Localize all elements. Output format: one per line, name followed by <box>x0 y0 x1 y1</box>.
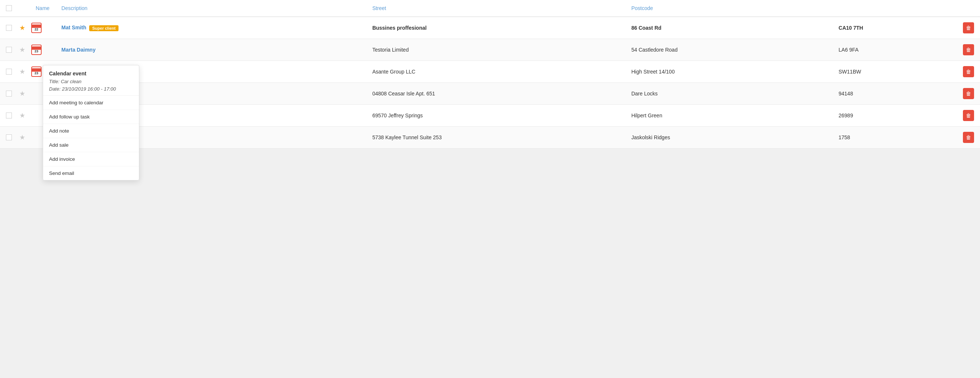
popup-menu: Add meeting to calendarAdd follow up tas… <box>43 96 139 149</box>
star-toggle[interactable]: ★ <box>19 112 25 119</box>
row-checkbox[interactable] <box>6 25 12 31</box>
actions-header <box>832 0 957 17</box>
popup-date-value: 23/10/2019 16:00 - 17:00 <box>62 86 116 92</box>
postcode-cell: 94148 <box>832 83 957 105</box>
delete-cell: 🗑 <box>957 17 980 39</box>
table-row: ★04808 Ceasar Isle Apt. 651Dare Locks941… <box>0 83 980 105</box>
postcode-cell: LA6 9FA <box>832 39 957 61</box>
table-row: ★tag2tag369570 Jeffrey SpringsHilpert Gr… <box>0 105 980 127</box>
row-checkbox-cell <box>0 17 18 39</box>
contact-name-link[interactable]: Mat Smith <box>61 24 86 30</box>
delete-button[interactable]: 🗑 <box>963 110 974 121</box>
postcode-cell: 1758 <box>832 127 957 149</box>
popup-date-label: Date: <box>49 86 60 92</box>
contact-badge: Super client <box>89 25 119 31</box>
delete-button[interactable]: 🗑 <box>963 88 974 99</box>
delete-button[interactable]: 🗑 <box>963 132 974 143</box>
description-cell: Asante Group LLC <box>366 61 625 83</box>
popup-menu-item[interactable]: Add sale <box>43 138 139 149</box>
row-checkbox-cell <box>0 39 18 61</box>
name-header <box>18 0 30 17</box>
row-checkbox[interactable] <box>6 47 12 53</box>
calendar-popup[interactable]: Calendar event Title: Car clean Date: 23… <box>43 65 139 149</box>
delete-cell: 🗑 <box>957 61 980 83</box>
postcode-cell: SW11BW <box>832 61 957 83</box>
checkbox-header[interactable] <box>0 0 18 17</box>
delete-button[interactable]: 🗑 <box>963 22 974 33</box>
delete-cell: 🗑 <box>957 105 980 127</box>
description-cell: 69570 Jeffrey Springs <box>366 105 625 127</box>
delete-button[interactable]: 🗑 <box>963 66 974 77</box>
delete-cell: 🗑 <box>957 39 980 61</box>
description-cell: Testoria Limited <box>366 39 625 61</box>
star-toggle[interactable]: ★ <box>19 46 25 54</box>
postcode-cell: CA10 7TH <box>832 17 957 39</box>
star-toggle[interactable]: ★ <box>19 90 25 97</box>
description-cell: 04808 Ceasar Isle Apt. 651 <box>366 83 625 105</box>
star-toggle[interactable]: ★ <box>19 134 25 141</box>
row-checkbox[interactable] <box>6 91 12 97</box>
name-cell: Mat SmithSuper client <box>55 17 366 39</box>
street-cell: 54 Castledore Road <box>625 39 832 61</box>
calendar-icon[interactable]: 22 <box>31 23 41 33</box>
street-cell: Hilpert Green <box>625 105 832 127</box>
popup-menu-item[interactable]: Add note <box>43 124 139 138</box>
popup-event-date: Date: 23/10/2019 16:00 - 17:00 <box>49 86 133 93</box>
select-all-checkbox[interactable] <box>6 5 12 11</box>
row-checkbox-cell <box>0 61 18 83</box>
description-cell: Bussines proffesional <box>366 17 625 39</box>
street-cell: Jaskolski Ridges <box>625 127 832 149</box>
delete-cell: 🗑 <box>957 83 980 105</box>
row-checkbox-cell <box>0 105 18 127</box>
description-header: Description <box>55 0 366 17</box>
row-checkbox[interactable] <box>6 69 12 75</box>
contact-name-link[interactable]: Marta Daimny <box>61 47 95 53</box>
popup-menu-item[interactable]: Add follow up task <box>43 110 139 124</box>
postcode-cell: 26989 <box>832 105 957 127</box>
popup-title-value: Car clean <box>61 79 82 84</box>
calendar-icon[interactable]: 23 <box>31 44 41 55</box>
table-row: ★23Marta DaimnyTestoria Limited54 Castle… <box>0 39 980 61</box>
table-row: ★22Mat SmithSuper clientBussines proffes… <box>0 17 980 39</box>
delete-cell: 🗑 <box>957 127 980 149</box>
row-checkbox-cell <box>0 83 18 105</box>
star-toggle[interactable]: ★ <box>19 24 25 32</box>
street-cell: 86 Coast Rd <box>625 17 832 39</box>
row-checkbox[interactable] <box>6 134 12 140</box>
delete-button[interactable]: 🗑 <box>963 44 974 55</box>
popup-event-title: Calendar event <box>49 71 133 76</box>
contacts-table-container: Name Description Street Postcode ★22Mat … <box>0 0 980 149</box>
name-cell: Marta Daimny <box>55 39 366 61</box>
popup-title-label: Title: <box>49 79 59 84</box>
table-row: ★23Martin KowalskyVIPAsante Group LLCHig… <box>0 61 980 83</box>
street-cell: High Street 14/100 <box>625 61 832 83</box>
street-cell: Dare Locks <box>625 83 832 105</box>
calendar-icon[interactable]: 23 <box>31 67 41 77</box>
postcode-header: Postcode <box>625 0 832 17</box>
popup-event-subtitle: Title: Car clean <box>49 78 133 86</box>
row-checkbox[interactable] <box>6 113 12 118</box>
popup-header: Calendar event Title: Car clean Date: 23… <box>43 65 139 96</box>
contacts-table: Name Description Street Postcode ★22Mat … <box>0 0 980 149</box>
description-cell: 5738 Kaylee Tunnel Suite 253 <box>366 127 625 149</box>
popup-menu-item[interactable]: Add meeting to calendar <box>43 96 139 110</box>
name-label-header: Name <box>30 0 55 17</box>
star-toggle[interactable]: ★ <box>19 68 25 75</box>
table-row: ★5738 Kaylee Tunnel Suite 253Jaskolski R… <box>0 127 980 149</box>
row-checkbox-cell <box>0 127 18 149</box>
street-header: Street <box>366 0 625 17</box>
